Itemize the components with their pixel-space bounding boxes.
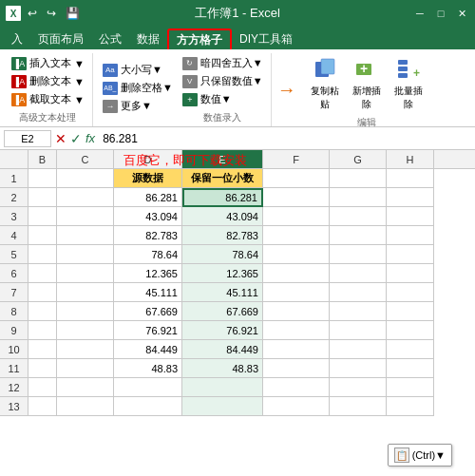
cell-e6[interactable]: 12.365 — [182, 264, 263, 283]
cell-b1[interactable] — [28, 169, 57, 188]
cell-b5[interactable] — [28, 245, 57, 264]
tab-diy[interactable]: DIY工具箱 — [232, 29, 300, 49]
cell-h10[interactable] — [387, 340, 434, 359]
cell-g4[interactable] — [330, 226, 387, 245]
maximize-button[interactable]: □ — [431, 6, 450, 21]
cell-b9[interactable] — [28, 321, 57, 340]
row-header-6[interactable]: 6 — [0, 264, 28, 283]
cell-c8[interactable] — [57, 302, 114, 321]
col-header-c[interactable]: C — [57, 150, 114, 168]
cell-reference[interactable] — [4, 130, 51, 147]
cell-h12[interactable] — [387, 378, 434, 397]
cell-h13[interactable] — [387, 397, 434, 416]
cell-g5[interactable] — [330, 245, 387, 264]
round-button[interactable]: ↻ 暗四舍五入▼ — [180, 55, 265, 71]
cell-e10[interactable]: 84.449 — [182, 340, 263, 359]
cell-d3[interactable]: 43.094 — [114, 207, 182, 226]
cell-f3[interactable] — [263, 207, 330, 226]
cell-c10[interactable] — [57, 340, 114, 359]
row-header-11[interactable]: 11 — [0, 359, 28, 378]
cell-e9[interactable]: 76.921 — [182, 321, 263, 340]
cell-b12[interactable] — [28, 378, 57, 397]
cell-c13[interactable] — [57, 397, 114, 416]
case-button[interactable]: Aa 大小写▼ — [101, 62, 175, 78]
cell-h6[interactable] — [387, 264, 434, 283]
tab-formula[interactable]: 公式 — [91, 29, 129, 49]
cell-f10[interactable] — [263, 340, 330, 359]
cell-e12[interactable] — [182, 378, 263, 397]
save-button[interactable]: 💾 — [63, 5, 83, 22]
insert-text-button[interactable]: ▐A 插入文本▼ — [10, 55, 86, 71]
cell-b2[interactable] — [28, 188, 57, 207]
formula-content[interactable]: 86.281 — [99, 130, 471, 147]
cell-g8[interactable] — [330, 302, 387, 321]
cell-e11[interactable]: 48.83 — [182, 359, 263, 378]
keep-value-button[interactable]: V 只保留数值▼ — [180, 73, 265, 89]
minimize-button[interactable]: ─ — [410, 6, 429, 21]
cell-g9[interactable] — [330, 321, 387, 340]
cell-f1[interactable] — [263, 169, 330, 188]
more-button[interactable]: → 更多▼ — [101, 98, 175, 114]
remove-space-button[interactable]: AB_ 删除空格▼ — [101, 80, 175, 96]
cell-d11[interactable]: 48.83 — [114, 359, 182, 378]
cancel-formula-button[interactable]: ✕ — [55, 131, 66, 146]
col-header-b[interactable]: B — [28, 150, 57, 168]
delete-text-button[interactable]: ▐A 删除文本▼ — [10, 73, 86, 89]
cell-f9[interactable] — [263, 321, 330, 340]
row-header-9[interactable]: 9 — [0, 321, 28, 340]
batch-button[interactable]: + 批量插除 — [390, 53, 428, 114]
cell-b7[interactable] — [28, 283, 57, 302]
insert-function-button[interactable]: fx — [86, 131, 95, 145]
cell-f13[interactable] — [263, 397, 330, 416]
cell-h11[interactable] — [387, 359, 434, 378]
cell-d6[interactable]: 12.365 — [114, 264, 182, 283]
cell-b11[interactable] — [28, 359, 57, 378]
cell-f7[interactable] — [263, 283, 330, 302]
undo-button[interactable]: ↩ — [25, 5, 40, 22]
cell-e2[interactable]: 86.281 — [182, 188, 263, 207]
new-insert-button[interactable]: + 新增插除 — [348, 53, 386, 114]
cell-c11[interactable] — [57, 359, 114, 378]
cell-h2[interactable] — [387, 188, 434, 207]
cell-e7[interactable]: 45.111 — [182, 283, 263, 302]
row-header-10[interactable]: 10 — [0, 340, 28, 359]
cell-f12[interactable] — [263, 378, 330, 397]
cell-e3[interactable]: 43.094 — [182, 207, 263, 226]
cell-d10[interactable]: 84.449 — [114, 340, 182, 359]
row-header-12[interactable]: 12 — [0, 378, 28, 397]
row-header-5[interactable]: 5 — [0, 245, 28, 264]
tab-insert[interactable]: 入 — [4, 29, 30, 49]
cell-c12[interactable] — [57, 378, 114, 397]
redo-button[interactable]: ↪ — [44, 5, 59, 22]
cell-g7[interactable] — [330, 283, 387, 302]
tab-ffgz[interactable]: 方方格子 — [167, 29, 232, 49]
cell-d9[interactable]: 76.921 — [114, 321, 182, 340]
col-header-g[interactable]: G — [330, 150, 387, 168]
close-button[interactable]: ✕ — [452, 6, 471, 21]
cell-h8[interactable] — [387, 302, 434, 321]
cell-c3[interactable] — [57, 207, 114, 226]
row-header-1[interactable]: 1 — [0, 169, 28, 188]
cell-g1[interactable] — [330, 169, 387, 188]
cell-f2[interactable] — [263, 188, 330, 207]
cell-h7[interactable] — [387, 283, 434, 302]
cell-d2[interactable]: 86.281 — [114, 188, 182, 207]
num-input-button[interactable]: + 数值▼ — [180, 91, 265, 107]
cell-e8[interactable]: 67.669 — [182, 302, 263, 321]
cell-b3[interactable] — [28, 207, 57, 226]
cell-g6[interactable] — [330, 264, 387, 283]
tab-page-layout[interactable]: 页面布局 — [30, 29, 91, 49]
cell-c2[interactable] — [57, 188, 114, 207]
cell-e1[interactable]: 保留一位小数 — [182, 169, 263, 188]
cell-c4[interactable] — [57, 226, 114, 245]
cell-h4[interactable] — [387, 226, 434, 245]
cell-e13[interactable] — [182, 397, 263, 416]
cell-b6[interactable] — [28, 264, 57, 283]
cell-b10[interactable] — [28, 340, 57, 359]
cell-d7[interactable]: 45.111 — [114, 283, 182, 302]
cell-f8[interactable] — [263, 302, 330, 321]
cell-f4[interactable] — [263, 226, 330, 245]
row-header-3[interactable]: 3 — [0, 207, 28, 226]
col-header-h[interactable]: H — [387, 150, 434, 168]
copy-paste-button[interactable]: 复制粘贴 — [306, 53, 344, 114]
